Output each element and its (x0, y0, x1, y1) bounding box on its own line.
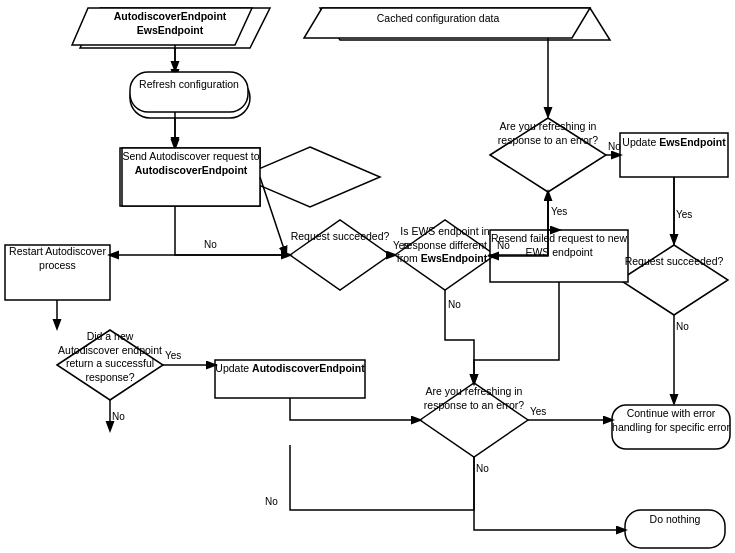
node-resend-failed: Resend failed request to new EWS endpoin… (490, 232, 628, 259)
node-update-autodiscover: Update AutodiscoverEndpoint (215, 362, 365, 376)
svg-text:No: No (204, 239, 217, 250)
node-cached-config: Cached configuration data (304, 12, 572, 26)
node-restart-autodiscover: Restart Autodiscover process (5, 245, 110, 272)
svg-text:No: No (112, 411, 125, 422)
svg-text:Yes: Yes (165, 350, 181, 361)
node-continue-error: Continue with error handling for specifi… (612, 407, 730, 434)
svg-text:Yes: Yes (530, 406, 546, 417)
svg-marker-7 (240, 147, 380, 207)
node-refreshing-error-2: Are you refreshing in response to an err… (420, 385, 528, 412)
node-is-ews-different: Is EWS endpoint in response different fr… (395, 225, 495, 266)
node-request-succeeded-2: Request succeeded? (620, 255, 728, 269)
svg-text:No: No (676, 321, 689, 332)
node-send-autodiscover: Send Autodiscover request to Autodiscove… (122, 150, 260, 177)
svg-text:Yes: Yes (551, 206, 567, 217)
node-do-nothing: Do nothing (625, 513, 725, 527)
node-update-ews: Update EwsEndpoint (620, 136, 728, 150)
node-start-parallelogram: AutodiscoverEndpointEwsEndpoint (88, 10, 252, 37)
svg-text:No: No (265, 496, 278, 507)
node-refreshing-error-1: Are you refreshing in response to an err… (490, 120, 606, 147)
svg-text:Yes: Yes (676, 209, 692, 220)
node-request-succeeded-1: Request succeeded? (290, 230, 390, 244)
svg-text:No: No (448, 299, 461, 310)
node-refresh-config: Refresh configuration (130, 78, 248, 92)
node-did-new-endpoint: Did a new Autodiscover endpoint return a… (57, 330, 163, 385)
flowchart-diagram: No Yes No No No Yes Yes No Yes No Yes No… (0, 0, 735, 553)
svg-text:No: No (476, 463, 489, 474)
